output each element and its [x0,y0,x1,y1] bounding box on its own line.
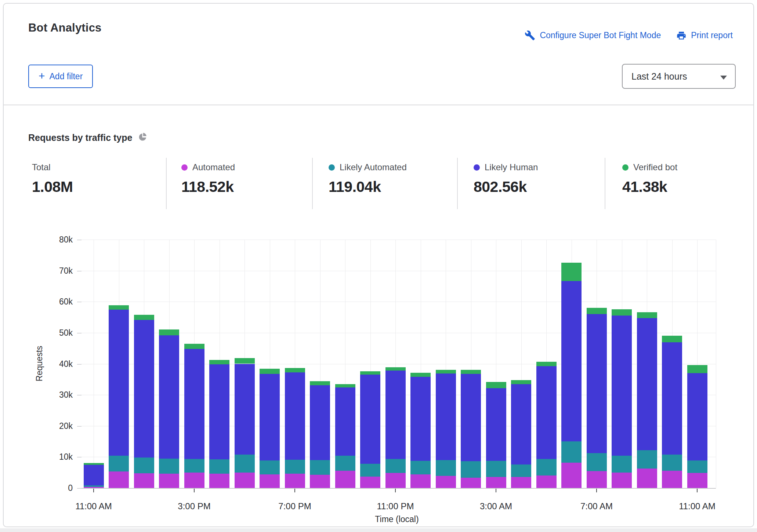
bar-segment-likely-automated[interactable] [235,455,255,472]
bar-segment-likely-human[interactable] [561,281,582,441]
bar-segment-verified-bot[interactable] [209,360,229,364]
bar[interactable] [511,240,531,488]
bar[interactable] [536,240,557,488]
bar-segment-likely-automated[interactable] [109,456,129,471]
bar-segment-likely-human[interactable] [84,465,104,486]
bar[interactable] [285,240,305,488]
bar-segment-verified-bot[interactable] [436,370,456,374]
bar-segment-likely-automated[interactable] [184,459,204,472]
bar-segment-verified-bot[interactable] [587,308,607,314]
bar-segment-verified-bot[interactable] [561,263,582,281]
bar-segment-automated[interactable] [310,475,330,488]
bar-segment-automated[interactable] [561,463,582,488]
bar-segment-likely-automated[interactable] [335,456,355,471]
bar-segment-automated[interactable] [410,474,431,488]
bar-segment-likely-human[interactable] [260,374,280,460]
bar[interactable] [235,240,255,488]
bar-segment-likely-human[interactable] [461,374,481,462]
bar-segment-verified-bot[interactable] [109,305,129,310]
bar-segment-verified-bot[interactable] [260,369,280,374]
bar-segment-automated[interactable] [511,477,531,488]
bar-segment-automated[interactable] [536,475,557,488]
bar-segment-likely-automated[interactable] [385,459,406,473]
bar[interactable] [637,240,657,488]
bar[interactable] [84,240,104,488]
bar-segment-likely-automated[interactable] [486,461,506,477]
bar-segment-automated[interactable] [84,487,104,488]
bar[interactable] [209,240,229,488]
bar[interactable] [335,240,355,488]
bar-segment-verified-bot[interactable] [385,367,406,371]
bar-segment-likely-human[interactable] [209,364,229,459]
bar-segment-verified-bot[interactable] [612,309,632,316]
bar-segment-likely-automated[interactable] [360,464,380,477]
bar[interactable] [687,240,707,488]
bar-segment-likely-human[interactable] [335,387,355,456]
bar-segment-likely-human[interactable] [687,373,707,460]
bar-segment-verified-bot[interactable] [184,344,204,349]
bar-segment-automated[interactable] [109,471,129,488]
bar-segment-likely-automated[interactable] [511,464,531,477]
bar[interactable] [134,240,154,488]
bar-segment-likely-human[interactable] [235,364,255,455]
bar-segment-verified-bot[interactable] [662,336,682,342]
bar-segment-likely-human[interactable] [612,316,632,456]
bar-segment-likely-human[interactable] [637,318,657,450]
bar-segment-likely-automated[interactable] [209,459,229,474]
bar[interactable] [587,240,607,488]
bar-segment-verified-bot[interactable] [486,382,506,388]
bar-segment-verified-bot[interactable] [461,370,481,374]
bar-segment-likely-automated[interactable] [285,460,305,474]
bar-segment-automated[interactable] [637,469,657,488]
bar-segment-automated[interactable] [335,471,355,488]
bar[interactable] [310,240,330,488]
bar-segment-automated[interactable] [260,474,280,488]
bar-segment-verified-bot[interactable] [285,368,305,372]
bar[interactable] [561,240,582,488]
bar-segment-likely-automated[interactable] [84,485,104,487]
bar-segment-verified-bot[interactable] [335,384,355,387]
bar-segment-likely-automated[interactable] [436,460,456,476]
bar-segment-likely-human[interactable] [159,335,179,459]
bar-segment-verified-bot[interactable] [310,381,330,385]
bar-segment-verified-bot[interactable] [235,358,255,364]
bar-segment-automated[interactable] [612,473,632,488]
bar-segment-automated[interactable] [285,474,305,488]
bar-segment-automated[interactable] [587,471,607,488]
bar-segment-likely-automated[interactable] [536,459,557,475]
bar-segment-likely-automated[interactable] [587,453,607,471]
bar-segment-likely-automated[interactable] [410,461,431,474]
bar-segment-likely-human[interactable] [109,310,129,456]
bar-segment-likely-human[interactable] [310,385,330,460]
bar-segment-likely-automated[interactable] [159,459,179,474]
bar-segment-likely-automated[interactable] [461,461,481,478]
bar[interactable] [159,240,179,488]
bar-segment-automated[interactable] [184,473,204,488]
bar-segment-automated[interactable] [235,473,255,488]
bar-segment-likely-human[interactable] [662,342,682,455]
bar-segment-likely-automated[interactable] [310,460,330,475]
bar-segment-automated[interactable] [687,473,707,488]
bar-segment-verified-bot[interactable] [687,365,707,373]
bar-segment-verified-bot[interactable] [637,312,657,318]
bar-segment-automated[interactable] [159,474,179,488]
bar-segment-automated[interactable] [436,476,456,488]
bar-segment-automated[interactable] [461,478,481,488]
bar[interactable] [461,240,481,488]
bar-segment-likely-automated[interactable] [561,441,582,463]
bar-segment-automated[interactable] [360,477,380,488]
bar-segment-likely-automated[interactable] [662,455,682,470]
bar[interactable] [260,240,280,488]
bar[interactable] [360,240,380,488]
bar-segment-likely-human[interactable] [486,388,506,461]
bar[interactable] [662,240,682,488]
bar[interactable] [385,240,406,488]
bar-segment-verified-bot[interactable] [134,315,154,320]
bar-segment-automated[interactable] [209,474,229,488]
bar[interactable] [184,240,204,488]
bar-segment-verified-bot[interactable] [536,362,557,366]
bar-segment-automated[interactable] [385,473,406,488]
bar[interactable] [612,240,632,488]
bar-segment-automated[interactable] [134,473,154,488]
bar-segment-likely-human[interactable] [511,384,531,464]
